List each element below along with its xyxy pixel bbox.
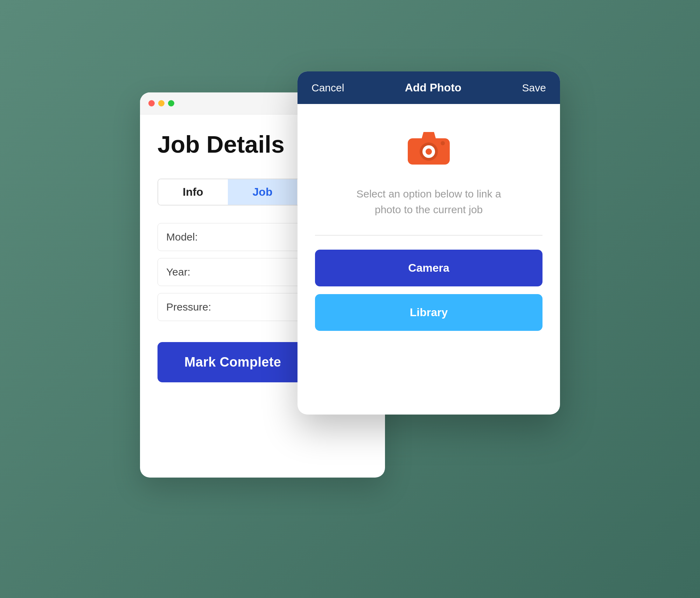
add-photo-title: Add Photo xyxy=(405,81,462,94)
save-button[interactable]: Save xyxy=(522,82,546,94)
close-button[interactable] xyxy=(148,100,155,106)
minimize-button[interactable] xyxy=(158,100,164,106)
cancel-button[interactable]: Cancel xyxy=(312,82,344,94)
mark-complete-button[interactable]: Mark Complete xyxy=(158,342,308,382)
tab-job[interactable]: Job xyxy=(228,179,298,205)
svg-point-3 xyxy=(426,148,432,155)
camera-button[interactable]: Camera xyxy=(315,250,542,286)
photo-instruction: Select an option below to link a photo t… xyxy=(345,186,513,217)
svg-point-4 xyxy=(441,141,445,145)
add-photo-header: Cancel Add Photo Save xyxy=(298,71,560,104)
maximize-button[interactable] xyxy=(168,100,174,106)
divider xyxy=(315,235,542,236)
tab-info[interactable]: Info xyxy=(158,179,228,205)
camera-icon xyxy=(406,128,451,168)
library-button[interactable]: Library xyxy=(315,294,542,331)
add-photo-card: Cancel Add Photo Save xyxy=(298,71,560,415)
